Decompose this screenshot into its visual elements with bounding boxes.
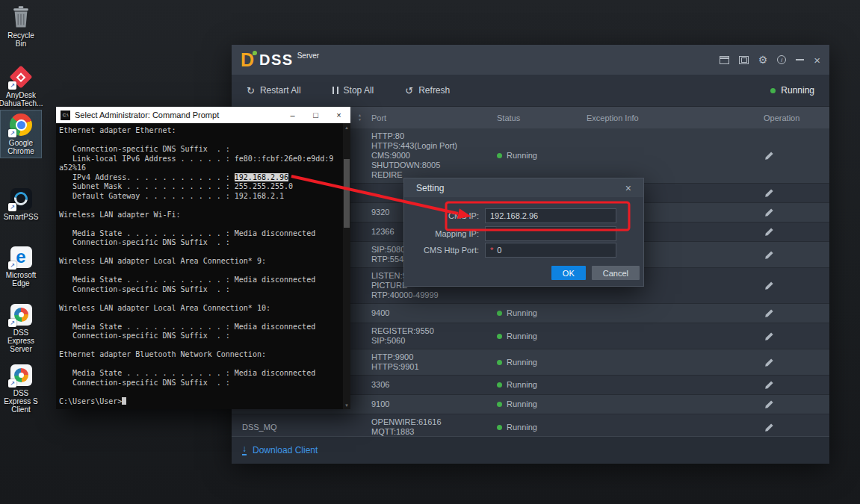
column-header-port: Port — [366, 113, 495, 122]
cms-ip-label: CMS IP: — [404, 211, 485, 220]
service-port-cell: 9400 — [366, 308, 495, 318]
info-icon[interactable]: i — [777, 55, 786, 64]
desktop-icon-label: SmartPSS — [4, 213, 39, 221]
edit-icon[interactable] — [764, 249, 774, 260]
service-status-cell: Running — [495, 399, 583, 409]
stop-all-button[interactable]: Stop All — [332, 85, 374, 96]
desktop-icon-dss-express-s-client[interactable]: ↗ DSS Express S Client — [1, 361, 41, 416]
settings-gear-icon[interactable]: ⚙ — [758, 55, 768, 65]
dss-titlebar[interactable]: D DSS Server ⚙ i × — [232, 45, 829, 75]
desktop-icon-label: Google Chrome — [7, 139, 34, 155]
cmd-scrollbar[interactable]: ▲ ▼ — [343, 123, 350, 409]
cmd-line — [59, 248, 343, 258]
service-port-cell: 3306 — [366, 380, 495, 390]
edit-icon[interactable] — [764, 422, 774, 432]
shortcut-arrow-icon: ↗ — [8, 261, 16, 270]
window-popup-icon[interactable] — [739, 56, 749, 64]
download-client-link[interactable]: ↓ Download Client — [242, 445, 318, 455]
operation-cell — [758, 399, 829, 410]
edit-icon[interactable] — [764, 208, 774, 218]
edit-icon[interactable] — [764, 399, 774, 410]
cms-ip-value: 192.168.2.96 — [490, 211, 538, 220]
status-text: Running — [507, 332, 537, 341]
cmd-output[interactable]: Ethernet adapter Ethernet: Connection-sp… — [56, 123, 343, 409]
cmd-line — [59, 220, 343, 229]
cmd-minimize-icon[interactable]: – — [281, 107, 304, 123]
cmd-maximize-icon[interactable]: □ — [304, 107, 327, 123]
desktop-icon-label: Microsoft Edge — [6, 271, 37, 287]
dialog-close-icon[interactable]: × — [625, 183, 631, 193]
service-name-cell: DSS_MQ — [232, 423, 366, 432]
close-icon[interactable]: × — [814, 55, 820, 66]
edit-icon[interactable] — [764, 308, 774, 319]
cms-http-port-input[interactable]: * 0 — [485, 243, 616, 258]
setting-dialog-titlebar[interactable]: Setting × — [404, 178, 643, 197]
operation-cell — [758, 380, 829, 391]
ok-button[interactable]: OK — [551, 266, 586, 280]
status-text: Running — [507, 423, 537, 432]
edit-icon[interactable] — [764, 331, 774, 341]
edit-icon[interactable] — [764, 227, 774, 237]
cmd-line: Media State . . . . . . . . . . . : Medi… — [59, 323, 343, 332]
global-status: Running — [770, 85, 814, 96]
edit-icon[interactable] — [764, 357, 774, 367]
restart-all-label: Restart All — [260, 85, 301, 96]
operation-cell — [758, 422, 829, 432]
refresh-label: Refresh — [418, 85, 450, 96]
edge-icon: e ↗ — [9, 245, 33, 269]
cmd-line: Wireless LAN adapter Local Area Connecti… — [59, 257, 343, 267]
edit-icon[interactable] — [764, 151, 774, 161]
cmd-line — [59, 267, 343, 276]
cmd-line: Wireless LAN adapter Local Area Connecti… — [59, 304, 343, 314]
desktop-icon-recycle-bin[interactable]: Recycle Bin — [1, 3, 41, 50]
cmd-line — [59, 201, 343, 211]
restart-all-button[interactable]: ↻ Restart All — [247, 85, 301, 96]
mapping-ip-input[interactable] — [485, 226, 616, 241]
status-dot-icon — [497, 360, 502, 365]
service-port-cell: HTTP:80 HTTPS:443(Login Port) CMS:9000 S… — [366, 131, 495, 180]
cmd-line: Link-local IPv6 Address . . . . . : fe80… — [59, 155, 343, 164]
scrollbar-thumb[interactable] — [344, 159, 350, 228]
cmd-line — [59, 360, 343, 370]
desktop-icon-smartpss[interactable]: ↗ SmartPSS — [1, 184, 41, 223]
refresh-icon: ↺ — [405, 85, 413, 96]
desktop-icon-microsoft-edge[interactable]: e ↗ Microsoft Edge — [1, 243, 41, 290]
operation-cell — [758, 357, 829, 367]
cms-ip-input[interactable]: 192.168.2.96 — [485, 208, 616, 223]
setting-dialog-title: Setting — [416, 183, 444, 193]
sort-icon[interactable]: ▲▼ — [358, 113, 362, 122]
cmd-line — [59, 136, 343, 146]
scroll-up-icon[interactable]: ▲ — [343, 123, 350, 131]
cms-http-port-value: 0 — [497, 246, 501, 255]
cmd-line — [59, 313, 343, 323]
window-panel-icon[interactable] — [720, 56, 729, 64]
status-text: Running — [507, 358, 537, 367]
dss-express-server-icon: ↗ — [9, 302, 33, 326]
desktop-icon-dss-express-server[interactable]: ↗ DSS Express Server — [1, 300, 41, 355]
cmd-line: a52%16 — [59, 164, 343, 173]
operation-cell — [758, 188, 829, 199]
service-status-cell: Running — [495, 358, 583, 367]
shortcut-arrow-icon: ↗ — [8, 81, 16, 90]
scroll-down-icon[interactable]: ▼ — [343, 401, 350, 409]
desktop-icon-label: Recycle Bin — [1, 31, 40, 48]
minimize-icon[interactable] — [796, 59, 804, 60]
operation-cell — [758, 281, 829, 291]
cancel-button[interactable]: Cancel — [592, 266, 640, 280]
edit-icon[interactable] — [764, 188, 774, 199]
required-mark: * — [490, 246, 493, 255]
cmd-titlebar[interactable]: C:\ Select Administrator: Command Prompt… — [56, 107, 350, 123]
desktop-icon-anydesk[interactable]: ↗ AnyDesk DahuaTech... — [1, 63, 41, 110]
desktop-icon-google-chrome[interactable]: ↗ Google Chrome — [1, 111, 41, 158]
cmd-app-icon: C:\ — [61, 111, 70, 120]
edit-icon[interactable] — [764, 380, 774, 391]
dss-toolbar: ↻ Restart All Stop All ↺ Refresh Running — [232, 75, 829, 107]
refresh-button[interactable]: ↺ Refresh — [405, 85, 450, 96]
cmd-line: Media State . . . . . . . . . . . : Medi… — [59, 369, 343, 379]
status-dot-icon — [497, 311, 502, 316]
dss-express-s-client-icon: ↗ — [9, 363, 33, 387]
desktop-icon-label: DSS Express Server — [1, 329, 40, 353]
column-header-status: Status — [495, 113, 583, 122]
cmd-close-icon[interactable]: × — [327, 107, 350, 123]
edit-icon[interactable] — [764, 281, 774, 291]
